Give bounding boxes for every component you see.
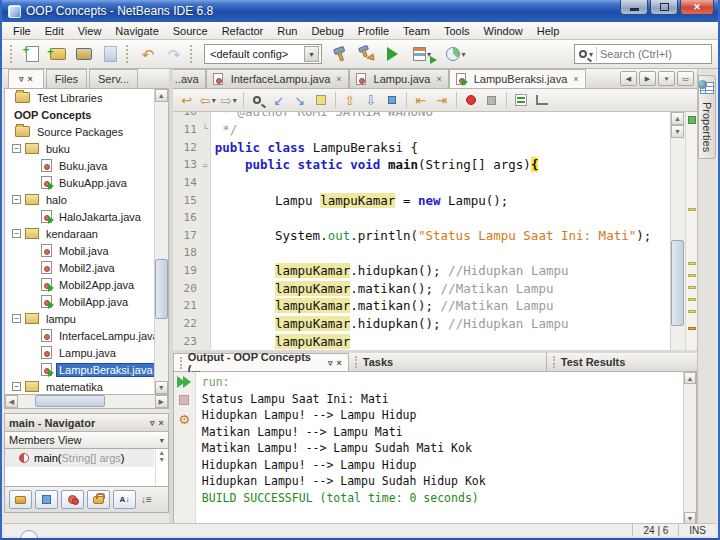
forward-button[interactable]: ⇨▾	[219, 91, 239, 110]
menu-window[interactable]: Window	[477, 23, 530, 39]
occurrence-mark[interactable]	[688, 298, 696, 301]
previous-bookmark-button[interactable]: ⇧	[340, 91, 360, 110]
occurrence-mark[interactable]	[688, 274, 696, 277]
menu-edit[interactable]: Edit	[38, 23, 71, 39]
navigator-view-select[interactable]: Members View ▾	[4, 432, 169, 449]
tree-item-bukuapp-java[interactable]: BukuApp.java	[5, 174, 168, 191]
previous-edit-button[interactable]: ⇤	[411, 91, 431, 110]
tree-item-mobil-java[interactable]: Mobil.java	[5, 242, 168, 259]
tree-item-lampuberaksi-java[interactable]: LampuBeraksi.java	[5, 361, 168, 378]
tree-item-test-libraries[interactable]: Test Libraries	[5, 89, 168, 106]
menu-navigate[interactable]: Navigate	[108, 23, 165, 39]
find-selection-button[interactable]	[248, 91, 268, 110]
tab-files[interactable]: Files	[46, 69, 87, 88]
sort-by-source-button[interactable]: ↓≡	[141, 494, 152, 505]
tree-item-mobil2app-java[interactable]: Mobil2App.java	[5, 276, 168, 293]
toggle-bookmark-button[interactable]	[382, 91, 402, 110]
code-line-13[interactable]: 13= public static void main(String[] arg…	[173, 156, 697, 174]
tree-item-buku-java[interactable]: Buku.java	[5, 157, 168, 174]
collapse-handle-icon[interactable]: −	[12, 314, 21, 323]
toolbar-grip[interactable]	[190, 45, 194, 63]
scroll-left-icon[interactable]: ◀	[5, 395, 18, 408]
member-main-method[interactable]: main(String[] args)	[5, 449, 154, 467]
output-console[interactable]: run:Status Lampu Saat Ini: MatiHidupkan …	[196, 372, 696, 524]
code-line-21[interactable]: 21 lampuKamar.matikan(); //Matikan Lampu	[173, 297, 697, 315]
projects-tree[interactable]: ▲ ▼ Test LibrariesOOP ConceptsSource Pac…	[4, 89, 169, 395]
toggle-highlight-button[interactable]	[311, 91, 331, 110]
panel-close-icon[interactable]: ×	[159, 418, 164, 428]
navigator-scrollbar[interactable]: ▲ ▼	[155, 449, 168, 486]
occurrence-mark[interactable]	[688, 262, 696, 265]
tree-item-kendaraan[interactable]: −kendaraan	[5, 225, 168, 242]
panel-close-icon[interactable]: ×	[28, 74, 33, 84]
scroll-up-icon[interactable]: ▲	[158, 449, 165, 456]
tree-item-lampu-java[interactable]: Lampu.java	[5, 344, 168, 361]
panel-close-icon[interactable]: ×	[337, 358, 342, 368]
tab-projects[interactable]: ▿ ×	[8, 69, 44, 88]
error-stripe[interactable]	[685, 112, 697, 350]
occurrence-mark[interactable]	[688, 286, 696, 289]
uncomment-lines-button[interactable]	[532, 91, 552, 110]
save-all-button[interactable]	[98, 42, 122, 66]
quick-search[interactable]: ▾	[574, 44, 712, 64]
code-fold-marker[interactable]: └	[201, 121, 211, 139]
minimize-button[interactable]	[620, 0, 648, 15]
collapse-handle-icon[interactable]: −	[12, 195, 21, 204]
code-line-15[interactable]: 15 Lampu lampuKamar = new Lampu();	[173, 191, 697, 209]
tree-item-lampu[interactable]: −lampu	[5, 310, 168, 327]
run-project-button[interactable]	[380, 42, 404, 66]
code-line-19[interactable]: 19 lampuKamar.hidupkan(); //Hidupkan Lam…	[173, 262, 697, 280]
toolbar-grip[interactable]	[126, 45, 130, 63]
scrollbar-thumb[interactable]	[155, 259, 168, 319]
next-bookmark-button[interactable]: ⇩	[361, 91, 381, 110]
tree-vertical-scrollbar[interactable]: ▲ ▼	[154, 89, 168, 394]
menu-refactor[interactable]: Refactor	[215, 23, 271, 39]
code-line-22[interactable]: 22 lampuKamar.hidupkan(); //Hidupkan Lam…	[173, 315, 697, 333]
tab-list-icon[interactable]: ▾	[658, 71, 675, 86]
occurrence-mark[interactable]	[688, 208, 696, 211]
tree-horizontal-scrollbar[interactable]: ◀ ▶	[4, 395, 169, 409]
code-line-11[interactable]: 11└ */	[173, 121, 697, 139]
output-scrollbar[interactable]: ▲ ▼	[683, 372, 696, 524]
record-macro-button[interactable]	[461, 91, 481, 110]
undo-button[interactable]: ↶	[136, 42, 160, 66]
menu-view[interactable]: View	[71, 23, 109, 39]
tree-item-mobilapp-java[interactable]: MobilApp.java	[5, 293, 168, 310]
collapse-handle-icon[interactable]: −	[12, 229, 21, 238]
rerun-button[interactable]	[177, 376, 191, 388]
menu-tools[interactable]: Tools	[437, 23, 477, 39]
tree-item-source-packages[interactable]: Source Packages	[5, 123, 168, 140]
code-editor[interactable]: 10 * @author ROMI SATRIA WAHONO11└ */12p…	[173, 112, 697, 350]
show-non-public-members-button[interactable]	[87, 490, 110, 509]
scrollbar-thumb[interactable]	[35, 395, 105, 407]
tree-item-buku[interactable]: −buku	[5, 140, 168, 157]
menu-profile[interactable]: Profile	[351, 23, 396, 39]
scroll-tabs-left-icon[interactable]: ◀	[620, 71, 637, 86]
sort-by-name-button[interactable]: A↓	[113, 490, 136, 509]
scroll-down-icon[interactable]: ▼	[158, 456, 165, 463]
scroll-up-icon[interactable]: ▲	[671, 112, 684, 125]
code-line-16[interactable]: 16	[173, 209, 697, 227]
editor-tab--ava[interactable]: ..ava	[173, 69, 206, 88]
editor-tab-lampuberaksi-java[interactable]: LampuBeraksi.java×	[449, 69, 586, 88]
code-line-10[interactable]: 10 * @author ROMI SATRIA WAHONO	[173, 112, 697, 121]
menu-run[interactable]: Run	[270, 23, 304, 39]
editor-tab-interfacelampu-java[interactable]: InterfaceLampu.java×	[206, 69, 349, 88]
tree-item-halojakarta-java[interactable]: HaloJakarta.java	[5, 208, 168, 225]
code-line-14[interactable]: 14	[173, 174, 697, 192]
code-line-18[interactable]: 18	[173, 244, 697, 262]
menu-help[interactable]: Help	[530, 23, 567, 39]
last-edit-location-button[interactable]: ↩	[177, 91, 197, 110]
redo-button[interactable]: ↷	[162, 42, 186, 66]
tree-item-oop-concepts[interactable]: OOP Concepts	[5, 106, 168, 123]
back-button[interactable]: ⇦▾	[198, 91, 218, 110]
tree-item-matematika[interactable]: −matematika	[5, 378, 168, 395]
profile-project-button[interactable]: ▾	[440, 42, 472, 66]
editor-vertical-scrollbar[interactable]: ▲ ▼	[670, 112, 685, 350]
tree-item-mobil2-java[interactable]: Mobil2.java	[5, 259, 168, 276]
tab-tasks[interactable]: Tasks	[349, 353, 547, 371]
warning-mark[interactable]	[688, 327, 696, 330]
build-project-button[interactable]	[328, 42, 352, 66]
occurrence-mark[interactable]	[688, 310, 696, 313]
new-file-button[interactable]: +	[20, 42, 44, 66]
